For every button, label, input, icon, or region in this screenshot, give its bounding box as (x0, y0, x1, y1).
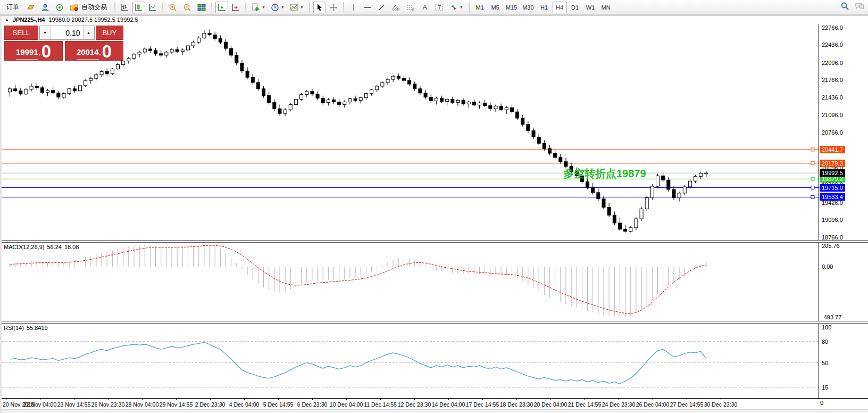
bar-chart-button[interactable] (119, 2, 131, 13)
price-pane: 多空转折点19879 22766.022436.022096.021766.02… (2, 24, 868, 240)
timeframe-m30-button[interactable]: M30 (520, 2, 536, 13)
market-watch-button[interactable] (24, 2, 38, 13)
time-tick (6, 399, 6, 400)
rsi-axis[interactable]: 100805015 (819, 324, 868, 398)
time-tick (653, 399, 653, 400)
channel-icon: E (391, 3, 400, 12)
bar-chart-icon (121, 3, 129, 12)
zoom-in-icon (169, 3, 178, 12)
search-icon[interactable] (840, 2, 849, 11)
candlestick-chart[interactable]: 多空转折点19879 (2, 24, 821, 240)
autotrading-label: 自动交易 (79, 3, 109, 12)
volume-increase-button[interactable]: ▲ (83, 26, 94, 39)
sound-icon (55, 3, 64, 12)
data-window-button[interactable] (39, 2, 52, 13)
channel-button[interactable]: E (389, 2, 403, 13)
vertical-line-icon (350, 3, 357, 12)
sell-price-main: 19991 (16, 45, 38, 60)
candlestick-chart-button[interactable] (132, 2, 145, 13)
timeframe-m1-button[interactable]: M1 (473, 2, 487, 13)
time-axis-label: 4 Dec 04:00 (229, 401, 260, 408)
macd-axis[interactable]: 205.760.00-493.77 (819, 243, 868, 321)
axis-price-label: 19096.0 (822, 216, 843, 224)
periods-button[interactable]: ▼ (269, 2, 287, 13)
time-tick (550, 399, 551, 400)
axis-price-label: 50 (822, 359, 828, 367)
rsi-chart[interactable] (2, 324, 821, 398)
time-axis[interactable]: 0 20 Nov 201822 Nov 04:0023 Nov 14:5526 … (2, 398, 868, 409)
shapes-button[interactable]: ▼ (447, 2, 465, 13)
time-axis-label: 10 Dec 04:00 (330, 401, 363, 408)
line-chart-button[interactable] (146, 2, 159, 13)
buy-price-main: 20014 (77, 45, 99, 60)
rsi-zero-tick: 0 (820, 400, 823, 406)
shapes-icon (449, 3, 458, 12)
sell-price-dot: . (39, 46, 41, 60)
periods-icon (271, 3, 279, 12)
timeframe-w1-button[interactable]: W1 (583, 2, 598, 13)
buy-button[interactable]: BUY (96, 26, 123, 40)
time-axis-label: 22 Nov 04:00 (23, 401, 56, 408)
axis-price-label: 205.76 (822, 242, 840, 250)
timeframe-h1-button[interactable]: H1 (537, 2, 552, 13)
volume-input[interactable]: 0.10 (51, 26, 83, 39)
tile-windows-button[interactable] (195, 2, 208, 13)
sound-button[interactable] (53, 2, 66, 13)
rsi-label: RSI(14) 55.8419 (4, 325, 48, 331)
panel-collapse-icon[interactable]: ▲ (5, 18, 9, 22)
time-tick (482, 399, 483, 400)
time-axis-label: 14 Dec 04:00 (432, 401, 465, 408)
chart-annotation-text[interactable]: 多空转折点19879 (563, 168, 646, 179)
timeframe-m5-button[interactable]: M5 (488, 2, 503, 13)
fibonacci-icon: F (406, 3, 415, 12)
one-click-trade-panel: SELL ▼ 0.10 ▲ BUY 19991.0 20014.0 (4, 26, 123, 61)
chart-title-bar: ▲ JPN225-,H4 19980.0 20027.5 19952.5 199… (2, 15, 868, 24)
cursor-button[interactable] (313, 2, 326, 13)
volume-decrease-button[interactable]: ▼ (40, 26, 51, 39)
trendline-button[interactable] (375, 2, 388, 13)
time-tick (278, 399, 279, 400)
sell-price-big-digit: 0 (41, 44, 51, 60)
timeframe-m15-button[interactable]: M15 (504, 2, 519, 13)
toolbar-separator (469, 2, 470, 13)
time-tick (516, 399, 517, 400)
axis-price-label: 20441.7 (820, 146, 845, 153)
zoom-in-button[interactable] (166, 2, 180, 13)
autotrading-button[interactable]: 自动交易 (68, 2, 111, 13)
rsi-pane: 100805015 RSI(14) 55.8419 (2, 324, 868, 398)
chart-shift-icon (231, 3, 240, 12)
crosshair-button[interactable] (327, 2, 340, 13)
text-label-button[interactable]: T (432, 2, 446, 13)
channel-glyph: E (397, 8, 400, 12)
time-tick (108, 399, 108, 400)
axis-price-label: 21436.0 (822, 94, 843, 101)
chart-shift-button[interactable] (229, 2, 242, 13)
horizontal-line-button[interactable] (361, 2, 374, 13)
timeframe-mn-button[interactable]: MN (599, 2, 613, 13)
time-axis-label: 28 Nov 04:00 (126, 401, 158, 408)
mt4-terminal: 订单 自动交易 ▼ ▼ ▼ E F A T ▼ M1 (0, 0, 868, 413)
axis-price-label: 22436.0 (822, 41, 843, 48)
chat-icon[interactable] (855, 2, 865, 11)
templates-button[interactable]: ▼ (288, 2, 306, 13)
new-order-button[interactable]: 订单 (2, 2, 23, 13)
chevron-down-icon: ▼ (281, 5, 285, 9)
spinner-down-icon: ▼ (43, 31, 47, 35)
zoom-out-button[interactable] (181, 2, 194, 13)
text-button[interactable]: A (419, 2, 431, 13)
buy-price[interactable]: 20014.0 (65, 41, 123, 61)
indicators-button[interactable]: ▼ (249, 2, 268, 13)
autoscroll-button[interactable] (215, 2, 228, 13)
vertical-line-button[interactable] (347, 2, 360, 13)
toolbar-separator (162, 2, 163, 13)
timeframe-d1-button[interactable]: D1 (568, 2, 582, 13)
sell-price[interactable]: 19991.0 (4, 41, 63, 61)
fibonacci-button[interactable]: F (404, 2, 418, 13)
price-axis[interactable]: 22766.022436.022096.021766.021436.021096… (819, 24, 868, 240)
axis-price-label: 19533.4 (820, 193, 845, 201)
sell-button[interactable]: SELL (4, 26, 38, 40)
trendline-icon (377, 3, 386, 12)
macd-chart[interactable] (2, 243, 821, 321)
timeframe-h4-button[interactable]: H4 (553, 2, 567, 13)
time-axis-label: 26 Nov 23:30 (91, 401, 124, 408)
